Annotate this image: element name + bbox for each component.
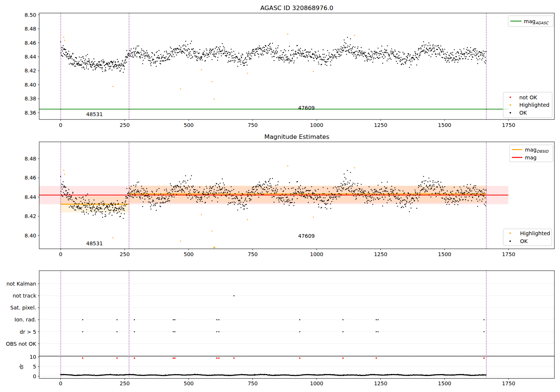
x-tick-label: 1250 [374, 251, 388, 257]
x-tick-label: 1500 [438, 122, 451, 128]
dr-not-ok-marker [172, 357, 174, 359]
legend-label: not OK [519, 94, 537, 100]
highlighted-point [247, 73, 248, 74]
highlighted-point [211, 81, 212, 82]
highlighted-point [214, 99, 215, 100]
x-tick-label: 250 [120, 122, 130, 128]
y-tick-label: 8.38 [25, 96, 36, 102]
legend-marker-highlighted [510, 104, 511, 106]
flag-event-dot [483, 331, 485, 332]
legend-label: OK [519, 110, 527, 116]
x-tick-label: 0 [59, 380, 62, 386]
legend-label: OK [520, 238, 528, 244]
flag-event-dot [173, 319, 174, 320]
flag-event-dot [82, 319, 83, 320]
highlighted-point [247, 219, 248, 220]
highlighted-point [180, 88, 181, 90]
x-tick-label: 1500 [438, 251, 451, 257]
clipped-point-marker [213, 247, 215, 249]
flag-category-label: Ion. rad. [15, 317, 36, 323]
x-tick-label: 500 [184, 380, 194, 386]
y-tick-label: 8.46 [25, 40, 36, 46]
y-tick-label: 8.44 [25, 194, 36, 200]
y-tick-label: 8.42 [25, 213, 36, 219]
x-tick-label: 1750 [502, 251, 515, 257]
flag-event-dot [376, 319, 377, 320]
flag-event-dot [483, 319, 485, 320]
flag-event-dot [116, 319, 118, 320]
dr-not-ok-marker [299, 357, 301, 359]
x-tick-label: 1000 [310, 380, 323, 386]
y-tick-label: 8.36 [25, 110, 36, 116]
flag-category-label: OBS not OK [6, 341, 37, 347]
obsid-annotation: 47609 [298, 233, 315, 239]
x-tick-label: 1250 [374, 122, 388, 128]
dr-not-ok-marker [376, 357, 377, 359]
x-tick-label: 750 [248, 122, 258, 128]
y-tick-label: 8.50 [25, 12, 36, 18]
x-tick-label: 250 [120, 380, 130, 386]
flag-event-dot [377, 331, 379, 332]
flag-event-dot [134, 319, 135, 320]
flag-event-dot [218, 319, 220, 320]
highlighted-point [287, 34, 288, 35]
flag-event-dot [173, 331, 174, 332]
legend-label: Highlighted [520, 230, 550, 236]
y-tick-label: 8.40 [25, 82, 36, 88]
flag-event-dot [218, 331, 220, 332]
highlighted-point [63, 37, 64, 38]
highlighted-point [287, 165, 288, 167]
dr-tick-label: 10 [29, 354, 36, 360]
x-tick-label: 0 [59, 251, 62, 257]
obsid-annotation: 48531 [86, 111, 103, 117]
highlighted-point [112, 237, 113, 239]
y-tick-label: 8.44 [25, 54, 36, 60]
flag-event-dot [216, 331, 217, 332]
dr-scatter-points [60, 374, 486, 376]
legend-label: Highlighted [519, 102, 550, 108]
x-tick-label: 750 [248, 251, 258, 257]
dr-axis-label: dr [18, 364, 24, 369]
dr-tick-label: 0 [33, 373, 36, 379]
dr-not-ok-marker [233, 357, 235, 359]
highlighted-point [64, 40, 65, 41]
dr-not-ok-marker [116, 357, 118, 359]
legend-marker-ok [510, 240, 511, 242]
x-tick-label: 1500 [438, 380, 451, 386]
flag-event-dot [116, 331, 118, 332]
flag-event-dot [82, 331, 83, 332]
obsid-annotation: 48531 [86, 240, 103, 246]
x-tick-label: 1000 [310, 122, 323, 128]
flag-event-dot [377, 319, 379, 320]
x-tick-label: 1000 [310, 251, 323, 257]
flag-event-dot [134, 331, 135, 332]
x-tick-label: 250 [120, 251, 130, 257]
y-tick-label: 8.48 [25, 156, 36, 162]
flag-event-dot [342, 331, 343, 332]
dr-not-ok-marker [342, 357, 344, 359]
flag-event-dot [376, 331, 377, 332]
highlighted-point [354, 167, 355, 168]
scatter-points [60, 37, 486, 73]
x-tick-label: 0 [59, 122, 62, 128]
flag-event-dot [216, 319, 217, 320]
middle-chart-title: Magnitude Estimates [264, 133, 329, 140]
y-tick-label: 8.40 [25, 233, 36, 239]
flag-category-label: Sat. pixel. [10, 305, 36, 311]
legend-marker-highlighted [510, 233, 511, 234]
x-tick-label: 1750 [502, 122, 515, 128]
flag-event-dot [233, 295, 234, 296]
dr-not-ok-marker [174, 357, 176, 359]
flag-category-label: not track [13, 293, 37, 299]
x-tick-label: 500 [184, 122, 194, 128]
dr-not-ok-marker [218, 357, 220, 359]
highlighted-point [201, 69, 202, 70]
flag-event-dot [174, 319, 175, 320]
legend-marker-ok [510, 112, 511, 113]
highlighted-point [313, 71, 314, 72]
flag-category-label: dr > 5 [20, 329, 36, 335]
legend-marker-not-ok [510, 97, 511, 98]
flag-event-dot [299, 319, 300, 320]
dr-not-ok-marker [82, 357, 84, 359]
dr-not-ok-marker [216, 357, 218, 359]
